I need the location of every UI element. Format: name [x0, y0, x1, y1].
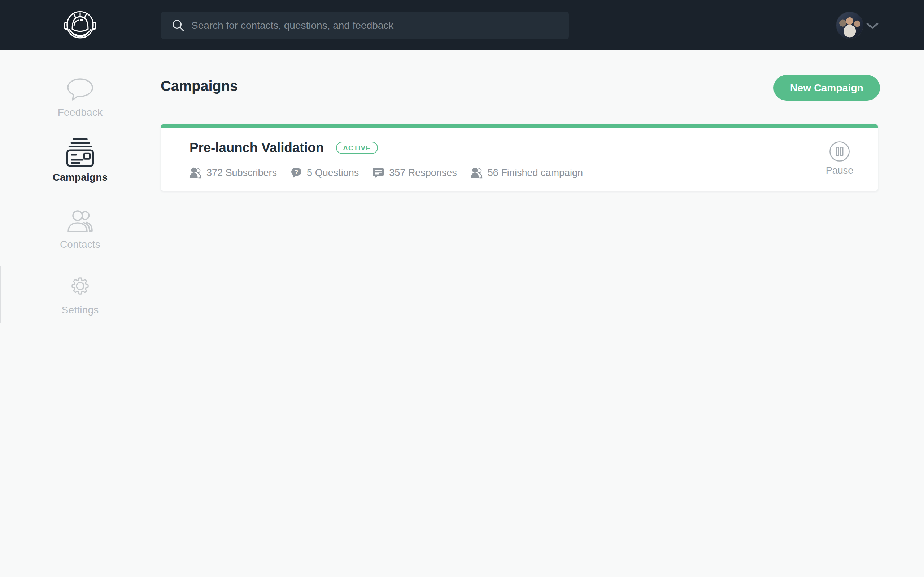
stat-finished: 56 Finished campaign	[471, 167, 583, 179]
responses-icon	[373, 167, 384, 179]
campaign-stack-icon	[0, 140, 160, 167]
questions-icon: ?	[291, 167, 302, 179]
gear-icon	[0, 272, 160, 299]
campaign-card[interactable]: Pre-launch Validation ACTIVE 372 Subscri…	[161, 124, 878, 191]
campaign-stats: 372 Subscribers ? 5 Questions	[189, 167, 583, 179]
stat-subscribers: 372 Subscribers	[189, 167, 277, 179]
user-avatar[interactable]	[836, 12, 863, 39]
stat-label: 5 Questions	[307, 167, 359, 179]
card-accent-bar	[161, 124, 878, 128]
sidebar-item-label: Settings	[0, 305, 160, 316]
topbar	[0, 0, 924, 50]
global-search	[161, 11, 569, 39]
stat-label: 372 Subscribers	[207, 167, 277, 179]
sidebar-item-label: Feedback	[0, 107, 160, 118]
campaign-card-header: Pre-launch Validation ACTIVE	[189, 140, 378, 155]
pause-circle-icon[interactable]	[829, 141, 850, 162]
pause-button[interactable]: Pause	[818, 141, 861, 176]
campaign-name: Pre-launch Validation	[189, 140, 324, 155]
user-menu[interactable]	[836, 0, 880, 50]
sidebar-item-label: Contacts	[0, 239, 160, 250]
sidebar-item-contacts[interactable]: Contacts	[0, 207, 160, 250]
stat-questions: ? 5 Questions	[291, 167, 359, 179]
pause-label: Pause	[818, 165, 861, 176]
sidebar-item-feedback[interactable]: Feedback	[0, 75, 160, 118]
page-title: Campaigns	[161, 78, 238, 94]
svg-text:?: ?	[294, 169, 298, 176]
finished-campaign-icon	[471, 167, 483, 179]
scrollbar-hint[interactable]	[0, 266, 1, 323]
stat-label: 56 Finished campaign	[488, 167, 583, 179]
new-campaign-button[interactable]: New Campaign	[774, 75, 880, 101]
search-input[interactable]	[191, 20, 569, 31]
stat-label: 357 Responses	[389, 167, 457, 179]
search-icon	[172, 19, 185, 32]
stat-responses: 357 Responses	[373, 167, 457, 179]
astronaut-helmet-logo-icon[interactable]	[64, 10, 96, 41]
sidebar-item-campaigns[interactable]: Campaigns	[0, 140, 160, 183]
subscribers-icon	[189, 167, 202, 179]
chevron-down-icon[interactable]	[866, 23, 879, 29]
sidebar-item-label: Campaigns	[0, 172, 160, 183]
speech-bubble-icon	[0, 75, 160, 102]
people-icon	[0, 207, 160, 234]
sidebar-item-settings[interactable]: Settings	[0, 272, 160, 316]
status-badge: ACTIVE	[336, 142, 378, 154]
